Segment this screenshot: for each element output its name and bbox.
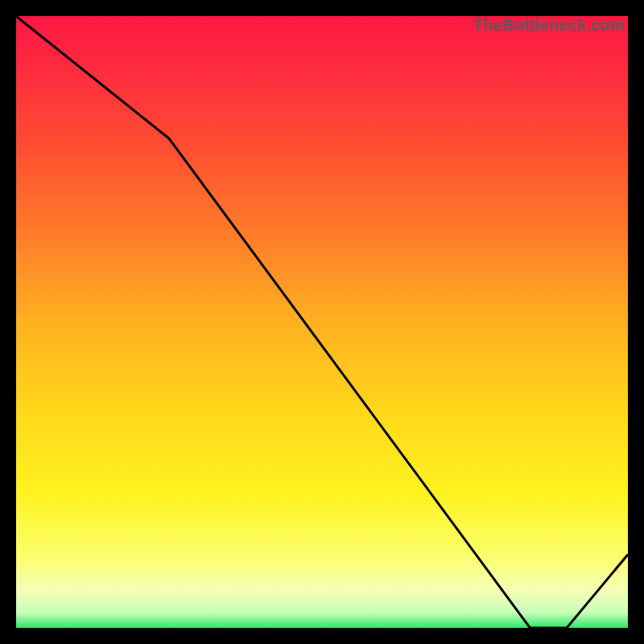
chart-svg: [16, 16, 628, 628]
chart-frame: TheBottleneck.com: [0, 0, 644, 644]
watermark-text: TheBottleneck.com: [473, 16, 625, 35]
gradient-background: [16, 16, 628, 628]
plot-area: TheBottleneck.com: [16, 16, 628, 628]
